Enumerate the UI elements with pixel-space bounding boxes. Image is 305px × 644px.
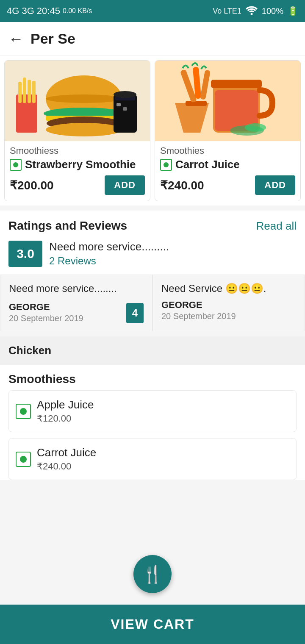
battery-label: 100% — [262, 6, 283, 16]
network-indicator: 4G 3G — [7, 6, 34, 17]
product-name-0: Strawberry Smoothie — [25, 158, 136, 171]
menu-veg-icon-0 — [16, 404, 31, 419]
svg-rect-17 — [123, 107, 127, 111]
product-info-0: Smoothiess Strawberry Smoothie ₹200.00 A… — [5, 141, 150, 201]
review-card-0: Need more service........ GEORGE 20 Sept… — [0, 275, 152, 331]
rating-badge: 3.0 — [8, 241, 42, 267]
products-row: Smoothiess Strawberry Smoothie ₹200.00 A… — [0, 56, 305, 205]
status-bar: 4G 3G 20:45 0.00 KB/s Vo LTE1 100% 🔋 — [0, 0, 305, 22]
review-date-0: 20 September 2019 — [9, 314, 83, 323]
menu-item-1[interactable]: Carrot Juice ₹240.00 — [8, 438, 297, 480]
fab-icon: 🍴 — [142, 564, 163, 584]
product-name-row-1: Carrot Juice — [160, 158, 295, 171]
section-header-chicken: Chicken — [0, 336, 305, 365]
menu-section-title: Smoothiess — [8, 365, 297, 390]
menu-item-price-0: ₹120.00 — [37, 413, 289, 424]
svg-rect-4 — [28, 80, 31, 103]
ratings-section: Ratings and Reviews Read all 3.0 Need mo… — [0, 211, 305, 331]
rating-summary-text: Need more service......... — [49, 240, 169, 253]
menu-veg-dot-0 — [20, 408, 27, 415]
menu-item-price-1: ₹240.00 — [37, 461, 289, 472]
veg-dot-0 — [13, 162, 18, 167]
add-button-0[interactable]: ADD — [105, 175, 145, 195]
back-button[interactable]: ← — [8, 30, 24, 48]
product-image-0 — [5, 61, 150, 141]
svg-rect-16 — [116, 103, 121, 106]
review-date-1: 20 September 2019 — [161, 311, 296, 321]
product-name-row-0: Strawberry Smoothie — [10, 158, 145, 171]
menu-veg-dot-1 — [20, 456, 27, 463]
svg-rect-2 — [18, 82, 22, 103]
veg-icon-1 — [160, 159, 172, 171]
svg-point-15 — [114, 91, 136, 98]
veg-icon-0 — [10, 159, 22, 171]
data-speed: 0.00 KB/s — [63, 7, 92, 15]
status-right: Vo LTE1 100% 🔋 — [213, 6, 298, 17]
product-price-row-1: ₹240.00 ADD — [160, 175, 295, 195]
review-author-1: GEORGE — [161, 300, 296, 311]
review-cards-row: Need more service........ GEORGE 20 Sept… — [0, 275, 305, 331]
view-cart-bar[interactable]: VIEW CART — [0, 605, 305, 644]
menu-veg-icon-1 — [16, 452, 31, 467]
product-price-1: ₹240.00 — [160, 178, 204, 192]
status-left: 4G 3G 20:45 0.00 KB/s — [7, 6, 92, 17]
svg-rect-22 — [186, 101, 207, 106]
svg-point-0 — [250, 13, 252, 15]
rating-summary: 3.0 Need more service......... 2 Reviews — [8, 240, 297, 267]
menu-item-name-1: Carrot Juice — [37, 446, 289, 459]
review-author-0: GEORGE — [9, 302, 83, 313]
menu-section: Smoothiess Apple Juice ₹120.00 Carrot Ju… — [0, 365, 305, 480]
review-rating-0: 4 — [126, 303, 144, 323]
fab-button[interactable]: 🍴 — [133, 555, 172, 593]
review-author-block-1: GEORGE 20 September 2019 — [161, 300, 296, 321]
product-price-row-0: ₹200.00 ADD — [10, 175, 145, 195]
svg-point-27 — [245, 123, 266, 132]
menu-item-info-1: Carrot Juice ₹240.00 — [37, 446, 289, 472]
review-text-0: Need more service........ — [9, 283, 144, 294]
svg-point-11 — [46, 123, 122, 136]
add-button-1[interactable]: ADD — [255, 175, 295, 195]
review-card-1: Need Service 😐😐😐. GEORGE 20 September 20… — [152, 275, 305, 331]
svg-rect-20 — [211, 80, 262, 88]
svg-rect-3 — [23, 78, 26, 103]
svg-rect-5 — [32, 81, 36, 103]
product-price-0: ₹200.00 — [10, 178, 54, 192]
product-info-1: Smoothies Carrot Juice ₹240.00 ADD — [155, 141, 300, 201]
product-image-1 — [155, 61, 300, 141]
review-text-1: Need Service 😐😐😐. — [161, 283, 296, 294]
read-all-button[interactable]: Read all — [256, 219, 297, 233]
menu-item-name-0: Apple Juice — [37, 398, 289, 411]
signal-label: Vo LTE1 — [213, 7, 241, 16]
product-card-1: Smoothies Carrot Juice ₹240.00 ADD — [155, 60, 301, 201]
menu-item-info-0: Apple Juice ₹120.00 — [37, 398, 289, 424]
review-count: 2 Reviews — [49, 255, 169, 267]
product-category-0: Smoothiess — [10, 145, 145, 156]
page-title: Per Se — [30, 31, 75, 47]
time-display: 20:45 — [37, 6, 60, 17]
product-card-0: Smoothiess Strawberry Smoothie ₹200.00 A… — [4, 60, 150, 201]
wifi-icon — [246, 6, 258, 17]
ratings-header: Ratings and Reviews Read all — [8, 219, 297, 233]
menu-item-0[interactable]: Apple Juice ₹120.00 — [8, 390, 297, 432]
battery-icon: 🔋 — [288, 6, 298, 16]
page-header: ← Per Se — [0, 22, 305, 56]
product-name-1: Carrot Juice — [175, 158, 240, 171]
rating-text-block: Need more service......... 2 Reviews — [49, 240, 169, 267]
veg-dot-1 — [164, 162, 169, 167]
product-category-1: Smoothies — [160, 145, 295, 156]
review-author-block-0: GEORGE 20 September 2019 — [9, 302, 83, 323]
ratings-title: Ratings and Reviews — [8, 219, 127, 233]
svg-point-7 — [46, 94, 122, 103]
